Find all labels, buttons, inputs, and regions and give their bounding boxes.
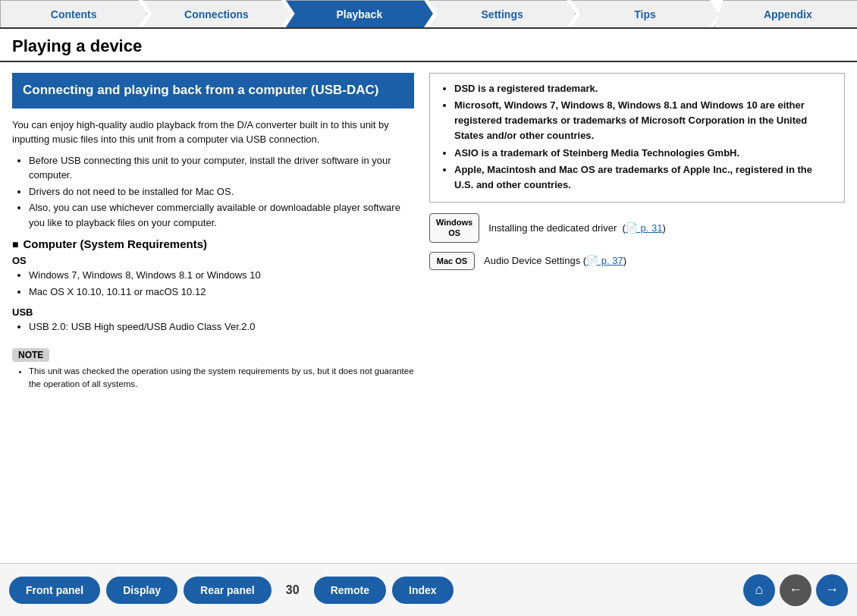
os-subheading: OS xyxy=(12,255,414,266)
macos-link-row: Mac OS Audio Device Settings (📄 p. 37) xyxy=(429,252,845,270)
list-item: USB 2.0: USB High speed/USB Audio Class … xyxy=(29,319,414,335)
tab-appendix[interactable]: Appendix xyxy=(714,0,857,27)
arrow-right-icon: → xyxy=(825,582,839,598)
trademark-box: DSD is a registered trademark. Microsoft… xyxy=(429,73,845,203)
usb-list: USB 2.0: USB High speed/USB Audio Class … xyxy=(29,319,414,335)
list-item: Windows 7, Windows 8, Windows 8.1 or Win… xyxy=(29,268,414,283)
page-number: 30 xyxy=(278,583,308,597)
note-badge: NOTE xyxy=(12,348,49,362)
windows-os-badge: WindowsOS xyxy=(429,213,479,243)
bottom-bar-left: Front panel Display Rear panel 30 Remote… xyxy=(9,577,454,604)
tab-contents[interactable]: Contents xyxy=(0,0,147,27)
rear-panel-button[interactable]: Rear panel xyxy=(184,577,272,604)
index-button[interactable]: Index xyxy=(392,577,454,604)
section-header-box: Connecting and playing back from a compu… xyxy=(12,73,414,108)
home-button[interactable]: ⌂ xyxy=(743,574,775,606)
page-title: Playing a device xyxy=(12,36,845,56)
tab-connections[interactable]: Connections xyxy=(143,0,290,27)
tab-tips[interactable]: Tips xyxy=(571,0,718,27)
list-item: This unit was checked the operation usin… xyxy=(29,365,414,391)
note-list: This unit was checked the operation usin… xyxy=(29,365,414,391)
tab-playback[interactable]: Playback xyxy=(286,0,433,27)
list-item: Microsoft, Windows 7, Windows 8, Windows… xyxy=(454,98,833,143)
prev-page-button[interactable]: ← xyxy=(780,574,811,606)
home-icon: ⌂ xyxy=(755,582,764,598)
right-column: DSD is a registered trademark. Microsoft… xyxy=(429,73,845,546)
main-content: Connecting and playing back from a compu… xyxy=(0,62,857,557)
trademark-list: DSD is a registered trademark. Microsoft… xyxy=(454,81,833,193)
section-header-text: Connecting and playing back from a compu… xyxy=(23,83,378,97)
intro-paragraph: You can enjoy high-quality audio playbac… xyxy=(12,118,414,147)
left-column: Connecting and playing back from a compu… xyxy=(12,73,414,546)
arrow-left-icon: ← xyxy=(789,582,802,598)
usb-subheading: USB xyxy=(12,306,414,318)
bottom-bar: Front panel Display Rear panel 30 Remote… xyxy=(0,563,857,616)
list-item: Drivers do not need to be installed for … xyxy=(29,184,414,200)
remote-button[interactable]: Remote xyxy=(314,577,386,604)
list-item: Mac OS X 10.10, 10.11 or macOS 10.12 xyxy=(29,284,414,300)
list-item: DSD is a registered trademark. xyxy=(454,81,833,96)
os-list: Windows 7, Windows 8, Windows 8.1 or Win… xyxy=(29,268,414,299)
windows-link-text: Installing the dedicated driver (📄 p. 31… xyxy=(488,222,666,234)
computer-requirements-label: Computer (System Requirements) xyxy=(23,237,207,250)
computer-requirements-heading: Computer (System Requirements) xyxy=(12,237,414,250)
bottom-bar-right: ⌂ ← → xyxy=(743,574,848,606)
windows-page-link[interactable]: 📄 p. 31 xyxy=(626,222,663,234)
list-item: Apple, Macintosh and Mac OS are trademar… xyxy=(454,162,833,193)
next-page-button[interactable]: → xyxy=(816,574,848,606)
top-navigation: Contents Connections Playback Settings T… xyxy=(0,0,857,29)
list-item: ASIO is a trademark of Steinberg Media T… xyxy=(454,146,833,161)
front-panel-button[interactable]: Front panel xyxy=(9,577,100,604)
list-item: Before USB connecting this unit to your … xyxy=(29,153,414,183)
windows-link-row: WindowsOS Installing the dedicated drive… xyxy=(429,213,845,243)
macos-page-link[interactable]: 📄 p. 37 xyxy=(586,255,623,266)
display-button[interactable]: Display xyxy=(106,577,177,604)
page-title-bar: Playing a device xyxy=(0,29,857,62)
tab-settings[interactable]: Settings xyxy=(428,0,576,27)
macos-link-text: Audio Device Settings (📄 p. 37) xyxy=(484,255,626,266)
list-item: Also, you can use whichever commercially… xyxy=(29,200,414,230)
intro-bullets: Before USB connecting this unit to your … xyxy=(29,153,414,231)
macos-badge: Mac OS xyxy=(429,252,475,270)
